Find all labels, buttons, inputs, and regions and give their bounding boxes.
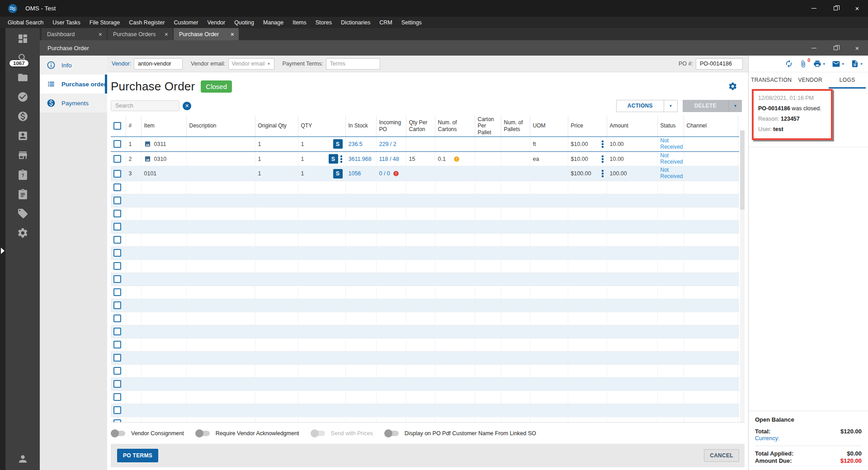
- empty-table-row[interactable]: [111, 312, 739, 325]
- row-checkbox[interactable]: [113, 236, 121, 244]
- restore-button[interactable]: [825, 0, 846, 17]
- toggle-switch[interactable]: [196, 431, 210, 436]
- row-checkbox[interactable]: [113, 249, 121, 257]
- row-checkbox[interactable]: [113, 419, 121, 422]
- actions-button[interactable]: ACTIONS ▼: [616, 100, 678, 112]
- row-checkbox[interactable]: [113, 183, 121, 191]
- tab-purchase-order[interactable]: Purchase Order×: [174, 28, 239, 40]
- document-dropdown-arrow[interactable]: ▼: [860, 62, 863, 66]
- empty-table-row[interactable]: [111, 220, 739, 233]
- menu-item-manage[interactable]: Manage: [259, 17, 288, 28]
- panel-tab-transaction[interactable]: TRANSACTION: [751, 72, 792, 89]
- row-checkbox[interactable]: [113, 223, 121, 230]
- minimize-button[interactable]: [803, 0, 825, 17]
- toggle-display-on-po-pdf-customer-name-from-linked-so[interactable]: Display on PO Pdf Customer Name From Lin…: [385, 430, 536, 437]
- row-checkbox[interactable]: [113, 140, 121, 148]
- empty-table-row[interactable]: [111, 377, 739, 390]
- tab-purchase-orders[interactable]: Purchase Orders×: [108, 28, 173, 40]
- empty-table-row[interactable]: [111, 299, 739, 312]
- empty-table-row[interactable]: [111, 246, 739, 259]
- sidebar-store-icon[interactable]: [17, 150, 28, 161]
- item-image-icon[interactable]: [144, 141, 151, 147]
- menu-item-crm[interactable]: CRM: [375, 17, 396, 28]
- toggle-vendor-consignment[interactable]: Vendor Consignment: [112, 430, 184, 437]
- menu-item-customer[interactable]: Customer: [169, 17, 203, 28]
- row-checkbox[interactable]: [113, 341, 121, 348]
- empty-table-row[interactable]: [111, 259, 739, 273]
- stock-s-badge[interactable]: S: [329, 154, 338, 164]
- row-checkbox[interactable]: [113, 210, 121, 217]
- panel-tab-vendor[interactable]: VENDOR: [792, 72, 829, 89]
- delete-button[interactable]: DELETE ▼: [683, 100, 742, 112]
- cancel-button[interactable]: CANCEL: [704, 449, 739, 462]
- row-checkbox[interactable]: [113, 328, 121, 335]
- row-checkbox[interactable]: [113, 197, 121, 204]
- sidebar-tasks-icon[interactable]: [17, 91, 28, 103]
- nav-item-purchase-order[interactable]: Purchase order: [40, 75, 107, 94]
- scrollbar-thumb[interactable]: [740, 131, 745, 210]
- actions-button-label[interactable]: ACTIONS: [616, 100, 664, 112]
- empty-table-row[interactable]: [111, 404, 739, 417]
- row-checkbox[interactable]: [113, 380, 121, 388]
- empty-table-row[interactable]: [111, 390, 739, 404]
- toggle-send-with-prices[interactable]: Send with Prices: [311, 430, 373, 437]
- actions-dropdown-arrow[interactable]: ▼: [664, 100, 678, 112]
- close-button[interactable]: ×: [846, 0, 868, 17]
- email-dropdown-arrow[interactable]: ▼: [841, 62, 844, 66]
- menu-item-file-storage[interactable]: File Storage: [85, 17, 124, 28]
- row-checkbox[interactable]: [113, 155, 121, 163]
- empty-table-row[interactable]: [111, 364, 739, 377]
- menu-item-settings[interactable]: Settings: [397, 17, 426, 28]
- table-row[interactable]: 1031111S236.5229 / 2ft$10.0010.00Not Rec…: [111, 137, 739, 152]
- menu-item-vendor[interactable]: Vendor: [203, 17, 230, 28]
- empty-table-row[interactable]: [111, 273, 739, 286]
- row-menu-kebab-icon[interactable]: [601, 140, 604, 148]
- tab-close-icon[interactable]: ×: [99, 31, 102, 38]
- tab-close-icon[interactable]: ×: [231, 31, 234, 38]
- expand-arrow-icon[interactable]: [1, 248, 5, 254]
- panel-tab-logs[interactable]: LOGS: [829, 72, 866, 89]
- delete-button-label[interactable]: DELETE: [683, 100, 728, 112]
- row-menu-kebab-icon[interactable]: [601, 169, 604, 178]
- row-checkbox[interactable]: [113, 393, 121, 401]
- header-checkbox[interactable]: [113, 122, 121, 130]
- sidebar-dashboard-icon[interactable]: [17, 33, 28, 44]
- table-settings-gear-icon[interactable]: [728, 82, 737, 91]
- empty-table-row[interactable]: [111, 417, 739, 422]
- sidebar-finance-icon[interactable]: [17, 111, 28, 122]
- menu-item-items[interactable]: Items: [288, 17, 311, 28]
- inner-close-button[interactable]: ×: [846, 40, 868, 56]
- row-checkbox[interactable]: [113, 288, 121, 296]
- tab-close-icon[interactable]: ×: [165, 31, 168, 38]
- row-checkbox[interactable]: [113, 262, 121, 270]
- toggle-switch[interactable]: [112, 431, 125, 436]
- row-menu-kebab-icon[interactable]: [340, 155, 343, 163]
- sidebar-folder-icon[interactable]: [17, 72, 28, 83]
- toggle-switch[interactable]: [385, 431, 399, 436]
- print-icon[interactable]: ▼: [813, 60, 826, 68]
- empty-table-row[interactable]: [111, 351, 739, 364]
- toggle-switch[interactable]: [311, 431, 325, 436]
- vendor-input[interactable]: [134, 58, 183, 70]
- sidebar-settings-icon[interactable]: [17, 227, 28, 239]
- empty-table-row[interactable]: [111, 338, 739, 351]
- menu-item-cash-register[interactable]: Cash Register: [124, 17, 169, 28]
- po-terms-button[interactable]: PO TERMS: [117, 449, 158, 462]
- attachments-icon[interactable]: 0: [799, 60, 807, 68]
- empty-table-row[interactable]: [111, 233, 739, 246]
- row-checkbox[interactable]: [113, 315, 121, 322]
- delete-dropdown-arrow[interactable]: ▼: [728, 100, 742, 112]
- vendor-email-select[interactable]: Vendor email ▼: [228, 58, 274, 70]
- empty-table-row[interactable]: [111, 194, 739, 207]
- sidebar-help-icon[interactable]: ?: [17, 169, 28, 180]
- row-checkbox[interactable]: [113, 170, 121, 178]
- document-icon[interactable]: ▼: [851, 60, 863, 68]
- refresh-icon[interactable]: [785, 60, 793, 68]
- clear-search-icon[interactable]: ✕: [183, 102, 191, 110]
- print-dropdown-arrow[interactable]: ▼: [822, 62, 826, 66]
- currency-link[interactable]: Currency:: [755, 435, 862, 442]
- menu-item-dictionaries[interactable]: Dictionaries: [336, 17, 375, 28]
- sidebar-tags-icon[interactable]: [17, 208, 28, 219]
- sidebar-orders-icon[interactable]: [17, 188, 28, 200]
- toggle-require-vendor-acknowledgment[interactable]: Require Vendor Acknowledgment: [196, 430, 299, 437]
